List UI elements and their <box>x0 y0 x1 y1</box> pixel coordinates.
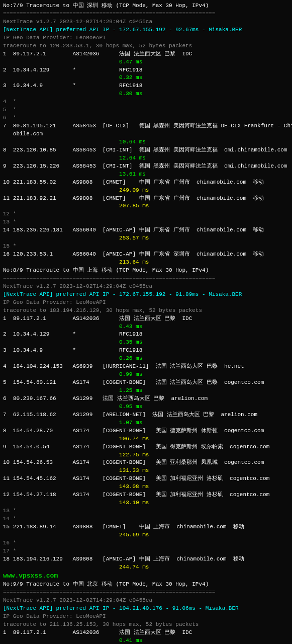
terminal-line-20: 9 223.120.15.226 AS58453 [CMI-INT] 德国 黑森… <box>3 163 289 171</box>
terminal-line-39: traceroute to 183.194.216.129, 30 hops m… <box>3 307 289 315</box>
terminal-line-57: 122.75 ms <box>3 451 289 459</box>
terminal-output: No:7/9 Traceroute to 中国 深圳 移动 (TCP Mode,… <box>3 2 289 644</box>
terminal-line-31: 16 120.233.53.1 AS56040 [APNIC-AP] 中国 广东… <box>3 251 289 259</box>
terminal-line-48: 5 154.54.60.121 AS174 [COGENT-BONE] 法国 法… <box>3 379 289 387</box>
terminal-line-7: 0.47 ms <box>3 58 289 66</box>
terminal-line-42: 2 10.34.4.129 * RFC1918 <box>3 331 289 339</box>
terminal-line-36: NextTrace v1.2.7 2023-12-02T14:29:04Z c0… <box>3 283 289 291</box>
terminal-line-78: traceroute to 211.136.25.153, 30 hops ma… <box>3 621 289 629</box>
terminal-line-28: 14 183.235.226.181 AS56040 [APNIC-AP] 中国… <box>3 226 289 234</box>
terminal-line-25: 207.85 ms <box>3 202 289 210</box>
terminal-line-11: 0.30 ms <box>3 90 289 98</box>
terminal-line-61: 143.08 ms <box>3 483 289 491</box>
terminal-line-16: obile.com <box>3 130 289 138</box>
terminal-line-70: 18 183.194.216.129 AS9808 [APNIC-AP] 中国 … <box>3 555 289 564</box>
terminal-line-80: 0.41 ms <box>3 637 289 644</box>
terminal-line-22: 10 221.183.55.02 AS9808 [CMNET] 中国 广东省 广… <box>3 179 289 187</box>
terminal-line-72: www.vpsxss.com <box>3 572 289 581</box>
terminal-line-69: 17 * <box>3 547 289 555</box>
terminal-line-34: No:8/9 Traceroute to 中国 上海 移动 (TCP Mode,… <box>3 267 289 275</box>
terminal-line-17: 10.64 ms <box>3 138 289 146</box>
terminal-line-63: 143.10 ms <box>3 499 289 507</box>
terminal-line-0: No:7/9 Traceroute to 中国 深圳 移动 (TCP Mode,… <box>3 2 289 10</box>
terminal-line-45: 0.26 ms <box>3 355 289 363</box>
terminal-line-40: 1 89.117.2.1 AS142036 法国 法兰西大区 巴黎 IDC <box>3 315 289 323</box>
terminal-line-62: 12 154.54.27.118 AS174 [COGENT-BONE] 美国 … <box>3 491 289 499</box>
terminal-line-38: IP Geo Data Provider: LeoMoeAPI <box>3 299 289 307</box>
terminal-line-77: IP Geo Data Provider: LeoMoeAPI <box>3 613 289 621</box>
terminal-line-79: 1 89.117.2.1 AS142036 法国 法兰西大区 巴黎 IDC <box>3 629 289 637</box>
terminal-line-60: 11 154.54.45.162 AS174 [COGENT-BONE] 美国 … <box>3 475 289 483</box>
terminal-line-53: 1.07 ms <box>3 419 289 427</box>
terminal-line-6: 1 89.117.2.1 AS142036 法国 法兰西大区 巴黎 IDC <box>3 50 289 58</box>
terminal-line-2: NextTrace v1.2.7 2023-12-02T14:29:04Z c0… <box>3 18 289 26</box>
terminal-line-5: traceroute to 120.233.53.1, 30 hops max,… <box>3 42 289 50</box>
terminal-line-75: NextTrace v1.2.7 2023-12-02T14:29:04Z c0… <box>3 597 289 605</box>
terminal-line-55: 106.74 ms <box>3 435 289 443</box>
terminal-line-56: 9 154.54.0.54 AS174 [COGENT-BONE] 美国 得克萨… <box>3 443 289 451</box>
terminal-line-52: 7 62.115.118.62 AS1299 [ARELION-NET] 法国 … <box>3 411 289 419</box>
terminal-line-67: 245.69 ms <box>3 531 289 539</box>
terminal-line-8: 2 10.34.4.129 * RFC1918 <box>3 66 289 74</box>
terminal-line-37: [NextTrace API] preferred API IP - 172.6… <box>3 291 289 299</box>
terminal-line-30: 15 * <box>3 243 289 251</box>
terminal-line-21: 13.61 ms <box>3 171 289 179</box>
terminal-line-49: 1.25 ms <box>3 387 289 395</box>
terminal-line-66: 15 221.183.89.14 AS9808 [CMNET] 中国 上海市 c… <box>3 523 289 531</box>
terminal-line-44: 3 10.34.4.9 * RFC1918 <box>3 347 289 355</box>
terminal-line-26: 12 * <box>3 210 289 218</box>
terminal-line-71: 244.74 ms <box>3 564 289 572</box>
terminal-line-73: No:9/9 Traceroute to 中国 北京 移动 (TCP Mode,… <box>3 581 289 589</box>
terminal-line-51: 0.95 ms <box>3 403 289 411</box>
terminal-line-35: ========================================… <box>3 275 289 283</box>
terminal-line-65: 14 * <box>3 515 289 523</box>
terminal-line-59: 131.33 ms <box>3 467 289 475</box>
terminal-line-15: 7 80.81.195.121 AS58453 [DE-CIX] 德国 黑森州 … <box>3 122 289 130</box>
terminal-line-43: 0.35 ms <box>3 339 289 347</box>
terminal-line-27: 13 * <box>3 218 289 226</box>
terminal-line-18: 8 223.120.10.85 AS58453 [CMI-INT] 德国 黑森州… <box>3 146 289 154</box>
terminal-line-19: 12.64 ms <box>3 154 289 163</box>
terminal-line-32: 213.64 ms <box>3 259 289 267</box>
terminal: No:7/9 Traceroute to 中国 深圳 移动 (TCP Mode,… <box>3 2 289 644</box>
terminal-line-74: ========================================… <box>3 589 289 597</box>
terminal-line-24: 11 221.183.92.21 AS9808 [CMNET] 中国 广东省 广… <box>3 195 289 203</box>
terminal-line-29: 253.57 ms <box>3 234 289 243</box>
terminal-line-12: 4 * <box>3 98 289 106</box>
terminal-line-64: 13 * <box>3 507 289 515</box>
terminal-line-14: 6 * <box>3 114 289 122</box>
terminal-line-3: [NextTrace API] preferred API IP - 172.6… <box>3 26 289 34</box>
terminal-line-10: 3 10.34.4.9 * RFC1918 <box>3 82 289 90</box>
terminal-line-23: 249.09 ms <box>3 187 289 195</box>
terminal-line-4: IP Geo Data Provider: LeoMoeAPI <box>3 34 289 42</box>
terminal-line-47: 0.99 ms <box>3 371 289 379</box>
terminal-line-68: 16 * <box>3 539 289 547</box>
terminal-line-54: 8 154.54.28.70 AS174 [COGENT-BONE] 美国 德克… <box>3 427 289 435</box>
terminal-line-46: 4 184.104.224.153 AS6939 [HURRICANE-11] … <box>3 363 289 371</box>
terminal-line-58: 10 154.54.26.53 AS174 [COGENT-BONE] 美国 亚… <box>3 459 289 467</box>
terminal-line-1: ========================================… <box>3 10 289 18</box>
terminal-line-9: 0.32 ms <box>3 74 289 82</box>
terminal-line-13: 5 * <box>3 106 289 114</box>
terminal-line-50: 6 80.239.167.66 AS1299 法国 法兰西岛大区 巴黎 arel… <box>3 395 289 403</box>
terminal-line-41: 0.43 ms <box>3 323 289 331</box>
terminal-line-76: [NextTrace API] preferred API IP - 104.2… <box>3 605 289 613</box>
